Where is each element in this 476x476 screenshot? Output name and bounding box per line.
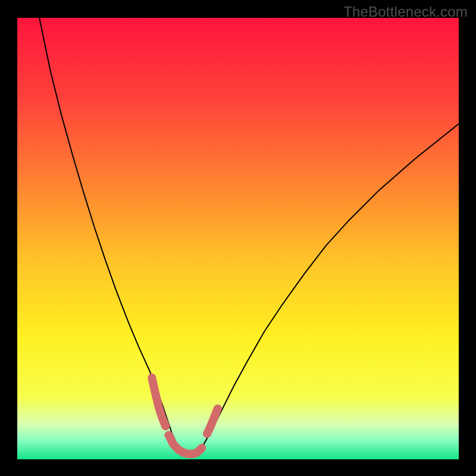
plot-group: [17, 18, 459, 459]
watermark-text: TheBottleneck.com: [343, 4, 468, 20]
chart-svg: [0, 0, 476, 476]
gradient-background: [17, 18, 459, 459]
chart-stage: TheBottleneck.com: [0, 0, 476, 476]
